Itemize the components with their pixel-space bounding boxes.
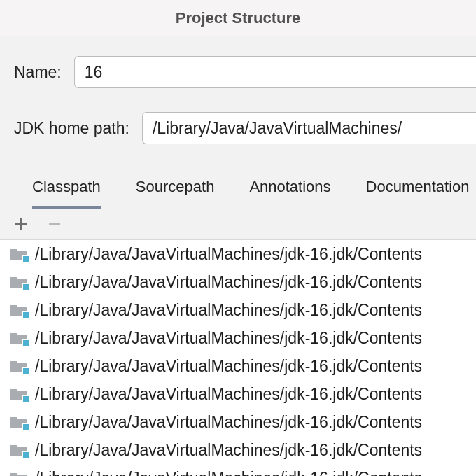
list-toolbar (0, 209, 476, 240)
tab-sourcepath[interactable]: Sourcepath (136, 178, 215, 209)
jdk-path-input[interactable] (142, 112, 476, 144)
list-item[interactable]: /Library/Java/JavaVirtualMachines/jdk-16… (0, 352, 476, 380)
library-folder-icon (10, 443, 28, 457)
svg-rect-1 (15, 223, 27, 225)
list-item-path: /Library/Java/JavaVirtualMachines/jdk-16… (35, 385, 422, 404)
jdk-path-label: JDK home path: (14, 119, 130, 138)
library-folder-icon (10, 415, 28, 429)
list-item-path: /Library/Java/JavaVirtualMachines/jdk-16… (35, 273, 422, 292)
list-item-path: /Library/Java/JavaVirtualMachines/jdk-16… (35, 245, 422, 264)
library-folder-icon (10, 359, 28, 373)
list-item-path: /Library/Java/JavaVirtualMachines/jdk-16… (35, 413, 422, 432)
list-item-path: /Library/Java/JavaVirtualMachines/jdk-16… (35, 357, 422, 376)
library-folder-icon (10, 331, 28, 345)
plus-icon (15, 218, 27, 230)
jdk-path-row: JDK home path: (14, 112, 476, 144)
list-item[interactable]: /Library/Java/JavaVirtualMachines/jdk-16… (0, 464, 476, 476)
minus-icon (48, 218, 61, 230)
form-area: Name: JDK home path: (0, 36, 476, 144)
library-folder-icon (10, 247, 28, 261)
list-item[interactable]: /Library/Java/JavaVirtualMachines/jdk-16… (0, 240, 476, 268)
name-label: Name: (14, 63, 62, 82)
library-folder-icon (10, 471, 28, 476)
classpath-list[interactable]: /Library/Java/JavaVirtualMachines/jdk-16… (0, 240, 476, 476)
titlebar: Project Structure (0, 0, 476, 36)
list-item-path: /Library/Java/JavaVirtualMachines/jdk-16… (35, 301, 422, 320)
name-input[interactable] (74, 56, 476, 88)
list-item[interactable]: /Library/Java/JavaVirtualMachines/jdk-16… (0, 436, 476, 464)
list-item-path: /Library/Java/JavaVirtualMachines/jdk-16… (35, 469, 422, 477)
name-row: Name: (14, 56, 476, 88)
window-title: Project Structure (176, 9, 301, 27)
list-item[interactable]: /Library/Java/JavaVirtualMachines/jdk-16… (0, 380, 476, 408)
add-button[interactable] (13, 216, 29, 232)
svg-rect-2 (49, 223, 60, 225)
tabs: Classpath Sourcepath Annotations Documen… (0, 168, 476, 209)
tab-classpath[interactable]: Classpath (32, 178, 101, 209)
list-item-path: /Library/Java/JavaVirtualMachines/jdk-16… (35, 441, 422, 460)
library-folder-icon (10, 387, 28, 401)
tab-documentation[interactable]: Documentation (366, 178, 470, 209)
library-folder-icon (10, 303, 28, 317)
list-item[interactable]: /Library/Java/JavaVirtualMachines/jdk-16… (0, 324, 476, 352)
list-item[interactable]: /Library/Java/JavaVirtualMachines/jdk-16… (0, 296, 476, 324)
remove-button[interactable] (46, 216, 63, 232)
library-folder-icon (10, 275, 28, 289)
list-item[interactable]: /Library/Java/JavaVirtualMachines/jdk-16… (0, 268, 476, 296)
tab-annotations[interactable]: Annotations (249, 178, 330, 209)
list-item-path: /Library/Java/JavaVirtualMachines/jdk-16… (35, 329, 422, 348)
list-item[interactable]: /Library/Java/JavaVirtualMachines/jdk-16… (0, 408, 476, 436)
